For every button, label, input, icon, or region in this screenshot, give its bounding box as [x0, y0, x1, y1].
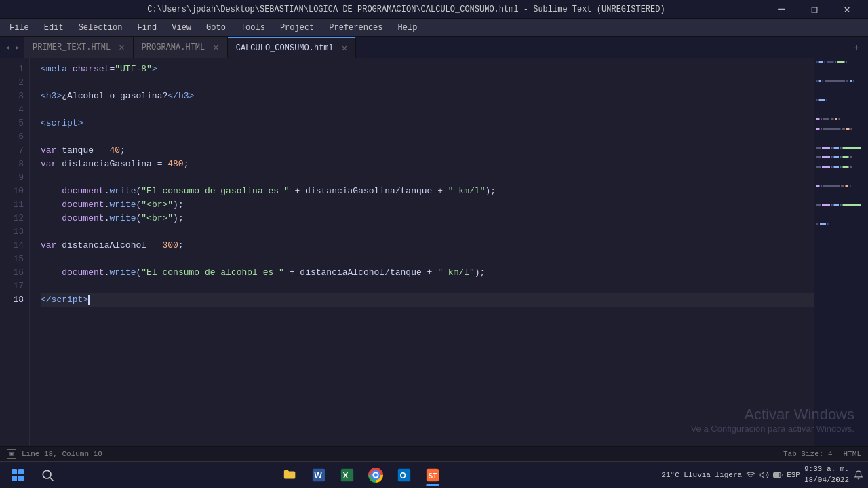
- menu-tools[interactable]: Tools: [234, 22, 272, 34]
- svg-rect-17: [774, 473, 779, 476]
- code-line-2: [41, 76, 814, 90]
- code-line-6: [41, 130, 814, 144]
- tab-calculo-consumo[interactable]: CALCULO_CONSUMO.html ✕: [228, 37, 356, 58]
- tab-bar: ◂ ▸ PRIMER_TEXT.HTML ✕ PROGRAMA.HTML ✕ C…: [0, 37, 868, 58]
- close-button[interactable]: ✕: [831, 0, 863, 19]
- tab-programa[interactable]: PROGRAMA.HTML ✕: [134, 37, 228, 58]
- code-line-13: [41, 225, 814, 239]
- cursor-position: Line 18, Column 10: [22, 450, 102, 458]
- code-editor[interactable]: <meta charset="UTF-8"> <h3>¿Alcohol o ga…: [30, 58, 814, 446]
- taskbar-center: W X O: [277, 463, 446, 487]
- taskbar-excel[interactable]: X: [334, 463, 361, 487]
- line-number-10: 10: [3, 185, 24, 198]
- taskbar-outlook[interactable]: O: [391, 463, 418, 487]
- menu-file[interactable]: File: [3, 22, 36, 34]
- line-number-16: 16: [3, 266, 24, 280]
- code-line-17: [41, 280, 814, 293]
- taskbar-chrome[interactable]: [362, 463, 389, 487]
- line-number-9: 9: [3, 171, 24, 185]
- line-number-5: 5: [3, 117, 24, 130]
- code-line-1: <meta charset="UTF-8">: [41, 62, 814, 76]
- text-cursor: [88, 295, 90, 305]
- taskbar-word[interactable]: W: [305, 463, 332, 487]
- language-indicator[interactable]: HTML: [844, 450, 861, 458]
- nav-forward[interactable]: ▸: [12, 41, 22, 53]
- line-number-7: 7: [3, 144, 24, 157]
- code-line-8: var distanciaGasolina = 480;: [41, 157, 814, 171]
- menu-preferences[interactable]: Preferences: [322, 22, 389, 34]
- line-number-1: 1: [3, 62, 24, 76]
- menu-project[interactable]: Project: [273, 22, 321, 34]
- taskbar-search[interactable]: [34, 463, 61, 487]
- line-number-2: 2: [3, 76, 24, 90]
- status-right: Tab Size: 4 HTML: [783, 450, 861, 458]
- line-number-13: 13: [3, 225, 24, 239]
- line-number-8: 8: [3, 157, 24, 171]
- window-controls: ─ ❐ ✕: [766, 0, 863, 19]
- sound-icon: [760, 470, 769, 480]
- minimize-button[interactable]: ─: [766, 0, 797, 19]
- menu-goto[interactable]: Goto: [199, 22, 233, 34]
- taskbar-left: [4, 463, 61, 487]
- tab-size: Tab Size: 4: [783, 450, 833, 458]
- code-line-16: document.write("El consumo de alcohol es…: [41, 266, 814, 280]
- status-left: ▣ Line 18, Column 10: [7, 449, 102, 459]
- close-tab-primer[interactable]: ✕: [119, 41, 124, 53]
- add-tab-button[interactable]: ＋: [846, 37, 868, 58]
- menu-bar: File Edit Selection Find View Goto Tools…: [0, 19, 868, 37]
- close-tab-calculo[interactable]: ✕: [342, 42, 347, 54]
- line-number-12: 12: [3, 212, 24, 225]
- line-number-17: 17: [3, 280, 24, 293]
- clock-date: 18/04/2022: [804, 475, 849, 485]
- code-line-12: document.write("<br>");: [41, 212, 814, 225]
- tab-primer-text[interactable]: PRIMER_TEXT.HTML ✕: [24, 37, 134, 58]
- line-number-11: 11: [3, 198, 24, 212]
- taskbar-sublime[interactable]: ST: [419, 463, 446, 487]
- menu-find[interactable]: Find: [130, 22, 163, 34]
- battery-icon: [773, 470, 783, 480]
- nav-back[interactable]: ◂: [3, 41, 12, 53]
- line-number-14: 14: [3, 239, 24, 252]
- svg-point-9: [374, 473, 378, 477]
- svg-text:X: X: [342, 470, 348, 480]
- svg-marker-14: [760, 472, 764, 477]
- menu-edit[interactable]: Edit: [37, 22, 71, 34]
- status-icon: ▣: [7, 449, 16, 459]
- window-title: C:\Users\jpdah\Desktop\SEBASTIAN\LOGICA …: [46, 5, 766, 14]
- code-line-3: <h3>¿Alcohol o gasolina?</h3>: [41, 90, 814, 103]
- close-tab-programa[interactable]: ✕: [213, 41, 218, 53]
- system-tray: 21°C Lluvia ligera ESP: [661, 470, 800, 480]
- menu-view[interactable]: View: [165, 22, 198, 34]
- line-number-4: 4: [3, 103, 24, 117]
- code-line-9: [41, 171, 814, 185]
- taskbar-right: 21°C Lluvia ligera ESP 9:33 a. m. 18/04/…: [661, 464, 864, 485]
- code-line-10: document.write("El consumo de gasolina e…: [41, 185, 814, 198]
- system-clock[interactable]: 9:33 a. m. 18/04/2022: [804, 464, 849, 485]
- taskbar-explorer[interactable]: [277, 463, 304, 487]
- code-line-5: <script>: [41, 117, 814, 130]
- status-bar: ▣ Line 18, Column 10 Tab Size: 4 HTML: [0, 446, 868, 461]
- start-button[interactable]: [4, 463, 31, 487]
- language-indicator: ESP: [787, 471, 800, 479]
- code-line-4: [41, 103, 814, 117]
- title-bar: C:\Users\jpdah\Desktop\SEBASTIAN\LOGICA …: [0, 0, 868, 19]
- line-number-18: 18: [3, 293, 24, 307]
- svg-text:O: O: [399, 470, 406, 480]
- minimap[interactable]: [814, 58, 868, 446]
- code-line-11: document.write("<br>");: [41, 198, 814, 212]
- line-number-3: 3: [3, 90, 24, 103]
- code-line-7: var tanque = 40;: [41, 144, 814, 157]
- maximize-button[interactable]: ❐: [799, 0, 830, 19]
- svg-line-1: [50, 477, 54, 481]
- line-numbers: 123456789101112131415161718: [0, 58, 30, 446]
- svg-point-0: [43, 470, 51, 478]
- taskbar: W X O: [0, 461, 868, 488]
- line-number-15: 15: [3, 252, 24, 266]
- notification-button[interactable]: [853, 470, 864, 481]
- line-number-6: 6: [3, 130, 24, 144]
- menu-selection[interactable]: Selection: [72, 22, 130, 34]
- svg-text:ST: ST: [428, 472, 437, 479]
- svg-text:W: W: [314, 470, 322, 480]
- menu-help[interactable]: Help: [391, 22, 425, 34]
- code-line-14: var distanciaAlcohol = 300;: [41, 239, 814, 252]
